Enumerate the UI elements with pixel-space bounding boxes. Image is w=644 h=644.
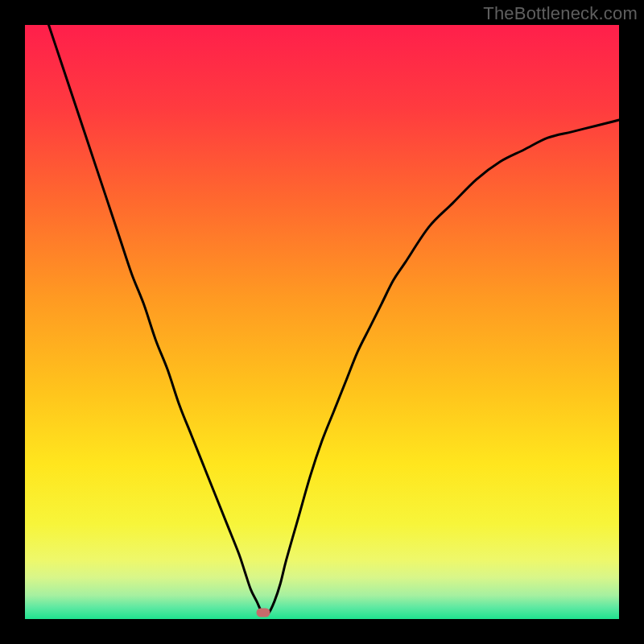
bottleneck-curve — [25, 25, 619, 619]
watermark-text: TheBottleneck.com — [483, 3, 638, 24]
chart-frame: TheBottleneck.com — [0, 0, 644, 644]
chart-plot-area — [25, 25, 619, 619]
optimal-point-marker — [257, 609, 270, 617]
